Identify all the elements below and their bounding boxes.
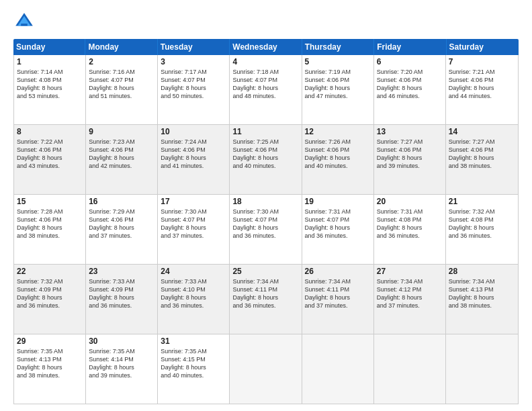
week-row-5: 29Sunrise: 7:35 AMSunset: 4:13 PMDayligh…	[14, 334, 518, 404]
day-number: 29	[17, 336, 83, 346]
cal-cell-29: 29Sunrise: 7:35 AMSunset: 4:13 PMDayligh…	[14, 334, 86, 404]
cell-content: Sunrise: 7:25 AMSunset: 4:06 PMDaylight:…	[232, 138, 298, 171]
cal-cell-10: 10Sunrise: 7:24 AMSunset: 4:06 PMDayligh…	[158, 125, 230, 194]
cell-content: Sunrise: 7:31 AMSunset: 4:08 PMDaylight:…	[377, 208, 443, 240]
cal-cell-11: 11Sunrise: 7:25 AMSunset: 4:06 PMDayligh…	[230, 125, 302, 194]
cell-content: Sunrise: 7:32 AMSunset: 4:09 PMDaylight:…	[17, 277, 83, 310]
day-number: 28	[449, 267, 515, 276]
logo-icon	[13, 11, 35, 32]
cell-content: Sunrise: 7:29 AMSunset: 4:06 PMDaylight:…	[89, 208, 154, 240]
header-day-sunday: Sunday	[13, 39, 85, 55]
day-number: 8	[17, 127, 83, 136]
cell-content: Sunrise: 7:19 AMSunset: 4:06 PMDaylight:…	[305, 68, 371, 101]
cell-content: Sunrise: 7:33 AMSunset: 4:10 PMDaylight:…	[161, 277, 226, 310]
cell-content: Sunrise: 7:34 AMSunset: 4:13 PMDaylight:…	[449, 277, 515, 310]
cal-cell-25: 25Sunrise: 7:34 AMSunset: 4:11 PMDayligh…	[230, 265, 302, 334]
cell-content: Sunrise: 7:23 AMSunset: 4:06 PMDaylight:…	[89, 138, 154, 171]
cal-cell-31: 31Sunrise: 7:35 AMSunset: 4:15 PMDayligh…	[158, 334, 230, 404]
header-day-friday: Friday	[374, 39, 446, 55]
cal-cell-empty	[374, 334, 446, 404]
day-number: 25	[232, 267, 298, 276]
cell-content: Sunrise: 7:34 AMSunset: 4:11 PMDaylight:…	[305, 277, 371, 310]
cal-cell-4: 4Sunrise: 7:18 AMSunset: 4:07 PMDaylight…	[230, 55, 302, 124]
cell-content: Sunrise: 7:26 AMSunset: 4:06 PMDaylight:…	[305, 138, 371, 171]
calendar-body: 1Sunrise: 7:14 AMSunset: 4:08 PMDaylight…	[13, 55, 519, 404]
cal-cell-6: 6Sunrise: 7:20 AMSunset: 4:06 PMDaylight…	[374, 55, 446, 124]
cal-cell-16: 16Sunrise: 7:29 AMSunset: 4:06 PMDayligh…	[86, 195, 158, 264]
day-number: 16	[89, 197, 154, 206]
cal-cell-23: 23Sunrise: 7:33 AMSunset: 4:09 PMDayligh…	[86, 265, 158, 334]
day-number: 24	[161, 267, 226, 276]
cell-content: Sunrise: 7:34 AMSunset: 4:11 PMDaylight:…	[232, 277, 298, 310]
cal-cell-empty	[446, 334, 518, 404]
cal-cell-28: 28Sunrise: 7:34 AMSunset: 4:13 PMDayligh…	[446, 265, 518, 334]
day-number: 11	[232, 127, 298, 136]
cell-content: Sunrise: 7:34 AMSunset: 4:12 PMDaylight:…	[377, 277, 443, 310]
cell-content: Sunrise: 7:18 AMSunset: 4:07 PMDaylight:…	[232, 68, 298, 101]
calendar-header: SundayMondayTuesdayWednesdayThursdayFrid…	[13, 39, 519, 55]
day-number: 31	[161, 336, 226, 346]
cell-content: Sunrise: 7:33 AMSunset: 4:09 PMDaylight:…	[89, 277, 154, 310]
cell-content: Sunrise: 7:17 AMSunset: 4:07 PMDaylight:…	[161, 68, 226, 101]
cal-cell-5: 5Sunrise: 7:19 AMSunset: 4:06 PMDaylight…	[302, 55, 374, 124]
day-number: 5	[305, 57, 371, 66]
day-number: 20	[377, 197, 443, 206]
day-number: 27	[377, 267, 443, 276]
cell-content: Sunrise: 7:32 AMSunset: 4:08 PMDaylight:…	[449, 208, 515, 240]
cell-content: Sunrise: 7:27 AMSunset: 4:06 PMDaylight:…	[377, 138, 443, 171]
cal-cell-8: 8Sunrise: 7:22 AMSunset: 4:06 PMDaylight…	[14, 125, 86, 194]
day-number: 10	[161, 127, 226, 136]
cell-content: Sunrise: 7:30 AMSunset: 4:07 PMDaylight:…	[161, 208, 226, 240]
cell-content: Sunrise: 7:16 AMSunset: 4:07 PMDaylight:…	[89, 68, 154, 101]
cal-cell-24: 24Sunrise: 7:33 AMSunset: 4:10 PMDayligh…	[158, 265, 230, 334]
cell-content: Sunrise: 7:22 AMSunset: 4:06 PMDaylight:…	[17, 138, 83, 171]
day-number: 9	[89, 127, 154, 136]
cal-cell-18: 18Sunrise: 7:30 AMSunset: 4:07 PMDayligh…	[230, 195, 302, 264]
cal-cell-12: 12Sunrise: 7:26 AMSunset: 4:06 PMDayligh…	[302, 125, 374, 194]
header-day-thursday: Thursday	[302, 39, 374, 55]
svg-rect-2	[21, 24, 28, 26]
day-number: 14	[449, 127, 515, 136]
cell-content: Sunrise: 7:27 AMSunset: 4:06 PMDaylight:…	[449, 138, 515, 171]
week-row-2: 8Sunrise: 7:22 AMSunset: 4:06 PMDaylight…	[14, 125, 518, 195]
cal-cell-7: 7Sunrise: 7:21 AMSunset: 4:06 PMDaylight…	[446, 55, 518, 124]
cell-content: Sunrise: 7:24 AMSunset: 4:06 PMDaylight:…	[161, 138, 226, 171]
cal-cell-30: 30Sunrise: 7:35 AMSunset: 4:14 PMDayligh…	[86, 334, 158, 404]
day-number: 2	[89, 57, 154, 66]
cal-cell-1: 1Sunrise: 7:14 AMSunset: 4:08 PMDaylight…	[14, 55, 86, 124]
cal-cell-empty	[302, 334, 374, 404]
cal-cell-26: 26Sunrise: 7:34 AMSunset: 4:11 PMDayligh…	[302, 265, 374, 334]
day-number: 1	[17, 57, 83, 66]
week-row-4: 22Sunrise: 7:32 AMSunset: 4:09 PMDayligh…	[14, 265, 518, 334]
cal-cell-2: 2Sunrise: 7:16 AMSunset: 4:07 PMDaylight…	[86, 55, 158, 124]
cal-cell-21: 21Sunrise: 7:32 AMSunset: 4:08 PMDayligh…	[446, 195, 518, 264]
day-number: 22	[17, 267, 83, 276]
header-day-monday: Monday	[85, 39, 157, 55]
cell-content: Sunrise: 7:14 AMSunset: 4:08 PMDaylight:…	[17, 68, 83, 101]
logo	[13, 11, 38, 32]
cell-content: Sunrise: 7:35 AMSunset: 4:14 PMDaylight:…	[89, 347, 154, 380]
cal-cell-13: 13Sunrise: 7:27 AMSunset: 4:06 PMDayligh…	[374, 125, 446, 194]
page: SundayMondayTuesdayWednesdayThursdayFrid…	[0, 0, 532, 411]
cal-cell-17: 17Sunrise: 7:30 AMSunset: 4:07 PMDayligh…	[158, 195, 230, 264]
cal-cell-15: 15Sunrise: 7:28 AMSunset: 4:06 PMDayligh…	[14, 195, 86, 264]
cal-cell-19: 19Sunrise: 7:31 AMSunset: 4:07 PMDayligh…	[302, 195, 374, 264]
header	[13, 11, 519, 32]
cell-content: Sunrise: 7:30 AMSunset: 4:07 PMDaylight:…	[232, 208, 298, 240]
cal-cell-14: 14Sunrise: 7:27 AMSunset: 4:06 PMDayligh…	[446, 125, 518, 194]
cal-cell-9: 9Sunrise: 7:23 AMSunset: 4:06 PMDaylight…	[86, 125, 158, 194]
cal-cell-3: 3Sunrise: 7:17 AMSunset: 4:07 PMDaylight…	[158, 55, 230, 124]
week-row-3: 15Sunrise: 7:28 AMSunset: 4:06 PMDayligh…	[14, 195, 518, 265]
day-number: 15	[17, 197, 83, 206]
day-number: 18	[232, 197, 298, 206]
cal-cell-empty	[230, 334, 302, 404]
day-number: 30	[89, 336, 154, 346]
day-number: 21	[449, 197, 515, 206]
cell-content: Sunrise: 7:35 AMSunset: 4:13 PMDaylight:…	[17, 347, 83, 380]
cell-content: Sunrise: 7:21 AMSunset: 4:06 PMDaylight:…	[449, 68, 515, 101]
day-number: 19	[305, 197, 371, 206]
cell-content: Sunrise: 7:35 AMSunset: 4:15 PMDaylight:…	[161, 347, 226, 380]
cell-content: Sunrise: 7:28 AMSunset: 4:06 PMDaylight:…	[17, 208, 83, 240]
day-number: 13	[377, 127, 443, 136]
day-number: 26	[305, 267, 371, 276]
